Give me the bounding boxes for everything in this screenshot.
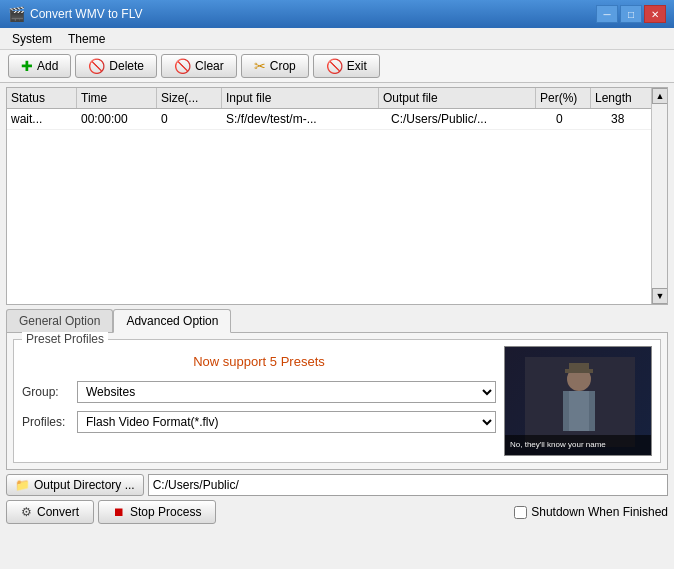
profiles-select[interactable]: Flash Video Format(*.flv) (77, 411, 496, 433)
title-text: Convert WMV to FLV (30, 7, 142, 21)
tab-advanced[interactable]: Advanced Option (113, 309, 231, 333)
profiles-label: Profiles: (22, 415, 77, 429)
close-button[interactable]: ✕ (644, 5, 666, 23)
scroll-down-arrow[interactable]: ▼ (652, 288, 668, 304)
folder-icon: 📁 (15, 478, 30, 492)
delete-button[interactable]: 🚫 Delete (75, 54, 157, 78)
preset-profiles-group: Preset Profiles Now support 5 Presets Gr… (13, 339, 661, 463)
group-row: Group: Websites (22, 381, 496, 403)
stop-label: Stop Process (130, 505, 201, 519)
convert-button[interactable]: ⚙ Convert (6, 500, 94, 524)
header-size: Size(... (157, 88, 222, 108)
delete-label: Delete (109, 59, 144, 73)
file-list-container: Status Time Size(... Input file Output f… (6, 87, 668, 305)
group-label: Group: (22, 385, 77, 399)
cell-input: S:/f/dev/test/m-... (222, 109, 387, 129)
presets-label: Now support 5 Presets (22, 346, 496, 381)
preview-canvas (505, 347, 652, 456)
header-length: Length (591, 88, 651, 108)
crop-label: Crop (270, 59, 296, 73)
crop-button[interactable]: ✂ Crop (241, 54, 309, 78)
add-button[interactable]: ✚ Add (8, 54, 71, 78)
preset-inner: Now support 5 Presets Group: Websites Pr… (22, 346, 652, 456)
menu-theme[interactable]: Theme (60, 30, 113, 48)
tabs-container: General Option Advanced Option (6, 309, 668, 332)
stop-icon: ⏹ (113, 505, 125, 519)
title-bar: 🎬 Convert WMV to FLV ─ □ ✕ (0, 0, 674, 28)
window-controls: ─ □ ✕ (596, 5, 666, 23)
menu-system[interactable]: System (4, 30, 60, 48)
output-directory-button[interactable]: 📁 Output Directory ... (6, 474, 144, 496)
header-output: Output file (379, 88, 536, 108)
title-left: 🎬 Convert WMV to FLV (8, 6, 142, 22)
file-list-body[interactable]: wait... 00:00:00 0 S:/f/dev/test/m-... C… (7, 109, 667, 301)
exit-button[interactable]: 🚫 Exit (313, 54, 380, 78)
options-panel: Preset Profiles Now support 5 Presets Gr… (6, 332, 668, 470)
table-row[interactable]: wait... 00:00:00 0 S:/f/dev/test/m-... C… (7, 109, 667, 130)
shutdown-checkbox[interactable] (514, 506, 527, 519)
header-input: Input file (222, 88, 379, 108)
header-time: Time (77, 88, 157, 108)
scrollbar-right[interactable]: ▲ ▼ (651, 88, 667, 304)
toolbar: ✚ Add 🚫 Delete 🚫 Clear ✂ Crop 🚫 Exit (0, 50, 674, 83)
cell-time: 00:00:00 (77, 109, 157, 129)
delete-icon: 🚫 (88, 58, 105, 74)
file-list-header: Status Time Size(... Input file Output f… (7, 88, 667, 109)
cell-size: 0 (157, 109, 222, 129)
cell-output: C:/Users/Public/... (387, 109, 552, 129)
crop-icon: ✂ (254, 58, 266, 74)
scroll-track[interactable] (652, 104, 667, 288)
exit-label: Exit (347, 59, 367, 73)
profiles-row: Profiles: Flash Video Format(*.flv) (22, 411, 496, 433)
preview-image (504, 346, 652, 456)
add-label: Add (37, 59, 58, 73)
minimize-button[interactable]: ─ (596, 5, 618, 23)
header-percent: Per(%) (536, 88, 591, 108)
convert-label: Convert (37, 505, 79, 519)
clear-icon: 🚫 (174, 58, 191, 74)
output-dir-bar: 📁 Output Directory ... (6, 474, 668, 496)
cell-percent: 0 (552, 109, 607, 129)
clear-label: Clear (195, 59, 224, 73)
group-select[interactable]: Websites (77, 381, 496, 403)
stop-process-button[interactable]: ⏹ Stop Process (98, 500, 216, 524)
bottom-bar: ⚙ Convert ⏹ Stop Process Shutdown When F… (6, 500, 668, 524)
clear-button[interactable]: 🚫 Clear (161, 54, 237, 78)
convert-icon: ⚙ (21, 505, 32, 519)
shutdown-label: Shutdown When Finished (531, 505, 668, 519)
maximize-button[interactable]: □ (620, 5, 642, 23)
menu-bar: System Theme (0, 28, 674, 50)
scroll-up-arrow[interactable]: ▲ (652, 88, 668, 104)
tab-general[interactable]: General Option (6, 309, 113, 332)
shutdown-check: Shutdown When Finished (514, 505, 668, 519)
output-dir-label: Output Directory ... (34, 478, 135, 492)
exit-icon: 🚫 (326, 58, 343, 74)
preset-profiles-legend: Preset Profiles (22, 332, 108, 346)
header-status: Status (7, 88, 77, 108)
preset-left: Now support 5 Presets Group: Websites Pr… (22, 346, 496, 441)
output-path-input[interactable] (148, 474, 668, 496)
cell-status: wait... (7, 109, 77, 129)
add-icon: ✚ (21, 58, 33, 74)
app-icon: 🎬 (8, 6, 24, 22)
